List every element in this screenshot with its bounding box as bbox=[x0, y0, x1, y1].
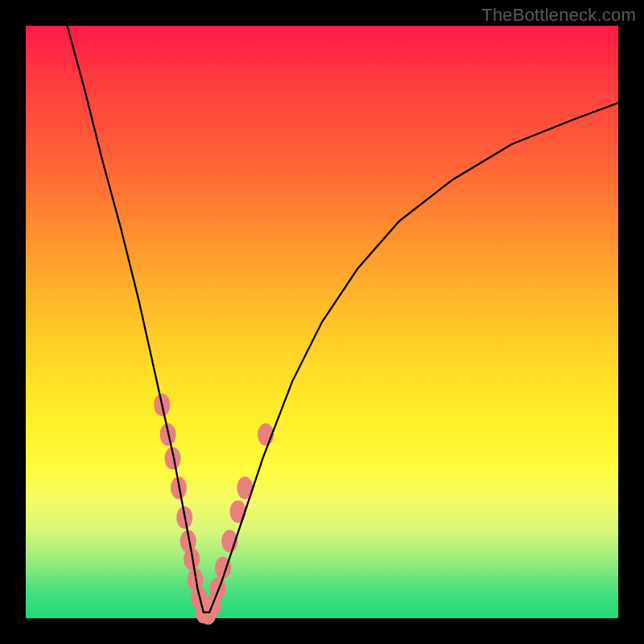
bead-marker bbox=[210, 577, 226, 600]
bottleneck-curve bbox=[68, 26, 619, 613]
chart-frame: TheBottleneck.com bbox=[0, 0, 644, 644]
beads-group bbox=[154, 394, 274, 625]
bead-marker bbox=[230, 501, 246, 523]
curve-svg bbox=[26, 26, 618, 618]
plot-area bbox=[26, 26, 618, 618]
watermark-text: TheBottleneck.com bbox=[481, 5, 636, 26]
